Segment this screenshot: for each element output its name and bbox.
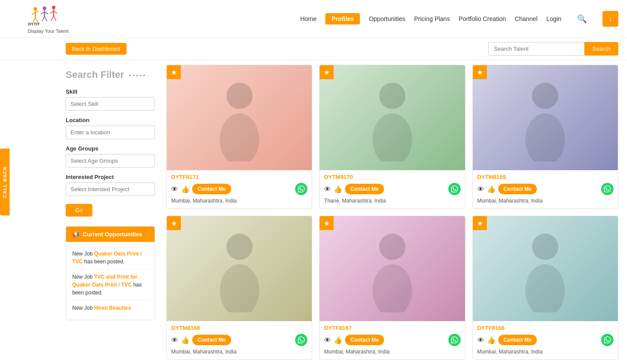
eye-icon-1[interactable] bbox=[324, 185, 331, 194]
back-to-dashboard-button[interactable]: Back to Dashboard bbox=[66, 43, 127, 55]
svg-point-26 bbox=[220, 264, 259, 312]
interested-project-label: Interested Project bbox=[66, 174, 155, 180]
profile-actions-4: Contact Me bbox=[324, 334, 460, 346]
profile-id-0[interactable]: DYTF8171 bbox=[171, 174, 307, 180]
thumb-icon-1[interactable] bbox=[334, 185, 342, 194]
search-talent-input[interactable] bbox=[488, 42, 585, 56]
eye-icon-2[interactable] bbox=[477, 185, 484, 194]
opportunity-item-2: New Job TVC and Print for Quaker Oats Pr… bbox=[72, 270, 148, 301]
eye-icon-5[interactable] bbox=[477, 336, 484, 345]
profile-id-1[interactable]: DYTM8170 bbox=[324, 174, 460, 180]
profile-location-5: Mumbai, Maharashtra, India bbox=[477, 349, 613, 355]
profile-actions-5: Contact Me bbox=[477, 334, 613, 346]
eye-icon-3[interactable] bbox=[171, 336, 178, 345]
filter-lines-decoration bbox=[129, 75, 147, 76]
thumb-icon-3[interactable] bbox=[181, 336, 190, 345]
age-groups-label: Age Groups bbox=[66, 145, 155, 152]
svg-point-25 bbox=[226, 234, 253, 260]
profile-image-5 bbox=[473, 216, 618, 321]
contact-button-2[interactable]: Contact Me bbox=[498, 184, 537, 194]
profile-location-3: Mumbai, Maharashtra, India bbox=[171, 349, 307, 355]
thumb-icon-2[interactable] bbox=[487, 185, 496, 194]
profile-image-0 bbox=[167, 65, 312, 170]
nav-portfolio-creation[interactable]: Portfolio Creation bbox=[458, 15, 506, 22]
interested-project-input[interactable] bbox=[66, 182, 155, 196]
go-button[interactable]: Go bbox=[66, 204, 92, 217]
svg-point-19 bbox=[226, 83, 253, 109]
profile-location-0: Mumbai, Maharashtra, India bbox=[171, 198, 307, 204]
profiles-grid: ★ DYTF8171 Contact Me bbox=[166, 65, 618, 360]
svg-line-3 bbox=[35, 11, 39, 13]
age-groups-input[interactable] bbox=[66, 154, 155, 168]
svg-point-29 bbox=[532, 234, 558, 260]
eye-icon-4[interactable] bbox=[324, 336, 331, 345]
whatsapp-icon-4[interactable] bbox=[448, 334, 461, 346]
opportunities-box: 📢 Current Opportunities New Job Quaker O… bbox=[66, 226, 155, 320]
profile-card-1: ★ DYTM8170 Contact Me bbox=[319, 65, 465, 209]
callback-tab[interactable]: CALL BACK bbox=[0, 149, 10, 216]
svg-point-6 bbox=[43, 7, 46, 10]
nav-pricing-plans[interactable]: Pricing Plans bbox=[414, 15, 450, 22]
svg-point-21 bbox=[379, 83, 405, 109]
contact-button-5[interactable]: Contact Me bbox=[498, 335, 537, 345]
profile-image-3 bbox=[167, 216, 312, 321]
opportunity-link-3[interactable]: Hiren Beauties bbox=[94, 305, 131, 311]
profile-card-5: ★ DYTF8166 Contact Me bbox=[472, 216, 618, 360]
profile-footer-4: DYTF8167 Contact Me Mumbai, Maharashtra,… bbox=[320, 321, 465, 359]
nav-login[interactable]: Login bbox=[546, 15, 561, 22]
svg-point-12 bbox=[52, 6, 55, 9]
thumb-icon-4[interactable] bbox=[334, 336, 342, 345]
nav-home[interactable]: Home bbox=[300, 15, 317, 22]
thumb-icon-5[interactable] bbox=[487, 336, 496, 345]
logo-area: DYTIT Display Your Talent bbox=[9, 4, 88, 34]
skill-input[interactable] bbox=[66, 97, 155, 111]
profile-location-2: Mumbai, Maharashtra, India bbox=[477, 198, 613, 204]
contact-button-1[interactable]: Contact Me bbox=[345, 184, 384, 194]
location-input[interactable] bbox=[66, 126, 155, 139]
profile-footer-2: DYTM8169 Contact Me Mumbai, Maharashtra,… bbox=[473, 170, 618, 208]
star-badge-0: ★ bbox=[167, 65, 181, 79]
svg-point-22 bbox=[373, 113, 412, 161]
contact-button-4[interactable]: Contact Me bbox=[345, 335, 384, 345]
svg-line-4 bbox=[33, 18, 35, 22]
svg-point-27 bbox=[379, 234, 405, 260]
star-badge-1: ★ bbox=[320, 65, 334, 79]
opportunity-link-2[interactable]: TVC and Print for Quaker Oats Print / TV… bbox=[72, 274, 137, 288]
thumb-icon-0[interactable] bbox=[181, 185, 190, 194]
star-badge-2: ★ bbox=[473, 65, 487, 79]
profile-actions-1: Contact Me bbox=[324, 183, 460, 195]
contact-button-0[interactable]: Contact Me bbox=[192, 184, 231, 194]
profiles-area: ★ DYTF8171 Contact Me bbox=[162, 60, 627, 364]
nav-opportunities[interactable]: Opportunities bbox=[369, 15, 405, 22]
profile-id-2[interactable]: DYTM8169 bbox=[477, 174, 613, 180]
svg-point-24 bbox=[525, 113, 565, 161]
eye-icon-0[interactable] bbox=[171, 185, 178, 194]
svg-line-11 bbox=[45, 17, 47, 21]
whatsapp-icon-5[interactable] bbox=[601, 334, 613, 346]
whatsapp-icon-1[interactable] bbox=[448, 183, 461, 195]
nav-profiles[interactable]: Profiles bbox=[325, 13, 360, 24]
search-button[interactable]: Search bbox=[585, 42, 618, 56]
contact-button-3[interactable]: Contact Me bbox=[192, 335, 231, 345]
whatsapp-icon-3[interactable] bbox=[295, 334, 307, 346]
whatsapp-icon-0[interactable] bbox=[295, 183, 307, 195]
opportunity-link-1[interactable]: Quaker Oats Print / TVC bbox=[72, 251, 142, 265]
svg-line-5 bbox=[35, 18, 38, 22]
whatsapp-icon-2[interactable] bbox=[601, 183, 613, 195]
location-label: Location bbox=[66, 117, 155, 123]
nav-arrow-button[interactable]: ↓ bbox=[602, 11, 618, 27]
svg-line-17 bbox=[54, 16, 56, 21]
megaphone-icon: 📢 bbox=[72, 231, 79, 238]
opportunities-header: 📢 Current Opportunities bbox=[66, 227, 155, 242]
profile-id-4[interactable]: DYTF8167 bbox=[324, 325, 460, 331]
main-layout: Search Filter Skill Location Age Groups … bbox=[0, 60, 627, 364]
profile-id-3[interactable]: DYTM8168 bbox=[171, 325, 307, 331]
svg-line-16 bbox=[51, 16, 54, 21]
profile-id-5[interactable]: DYTF8166 bbox=[477, 325, 613, 331]
search-icon[interactable]: 🔍 bbox=[577, 14, 587, 24]
nav-channel[interactable]: Channel bbox=[515, 15, 538, 22]
svg-point-23 bbox=[532, 83, 558, 109]
profile-card-3: ★ DYTM8168 Contact Me bbox=[166, 216, 312, 360]
profile-footer-1: DYTM8170 Contact Me Thane, Maharashtra, … bbox=[320, 170, 465, 208]
star-badge-5: ★ bbox=[473, 216, 487, 230]
